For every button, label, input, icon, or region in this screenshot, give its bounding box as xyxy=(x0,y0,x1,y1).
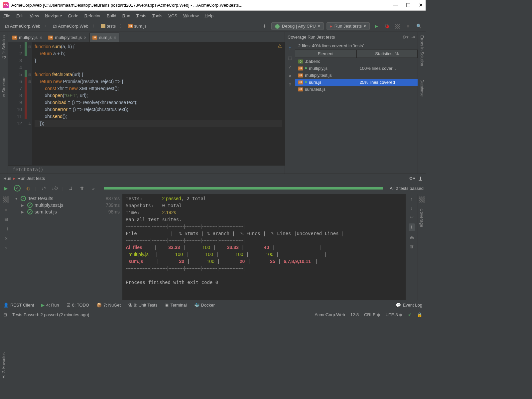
collapse-all-icon[interactable]: ⇈ xyxy=(78,184,86,192)
breadcrumb-item[interactable]: 🗂 AcmeCorp.Web xyxy=(3,23,42,29)
close-panel-icon[interactable]: ✕ xyxy=(288,73,292,78)
sidebar-tab-coverage[interactable]: Coverage xyxy=(419,208,424,227)
close-tab-icon[interactable]: × xyxy=(114,35,116,40)
breadcrumb-item[interactable]: JS sum.js xyxy=(126,23,149,29)
sidebar-tab-structure[interactable]: ⧉ Structure xyxy=(2,76,6,97)
code-editor[interactable]: 123456789101112 ⊟⊟⊟⊥ function sum(a, b) … xyxy=(8,42,285,165)
minimize-icon[interactable]: — xyxy=(393,2,398,8)
rerun-icon[interactable]: ▶ xyxy=(2,184,10,192)
menu-vcs[interactable]: VCS xyxy=(168,13,177,18)
editor-tab[interactable]: JSmultiply.test.js× xyxy=(45,33,89,42)
bottom-tab-run[interactable]: ▶ 4: Run xyxy=(41,303,59,308)
status-caret-pos[interactable]: 12:8 xyxy=(350,312,359,317)
col-statistics[interactable]: Statistics, % xyxy=(356,50,418,58)
coverage-row[interactable]: JS sum.test.js xyxy=(295,86,418,93)
download-icon[interactable]: ⬇ xyxy=(419,176,422,181)
sort-alpha-icon[interactable]: ↓ᴬ xyxy=(40,184,48,192)
breadcrumb-item[interactable]: tests xyxy=(99,23,118,29)
scroll-to-end-icon[interactable]: ⬇ xyxy=(409,223,415,231)
stop-icon[interactable]: ■ xyxy=(5,207,7,212)
test-tree-item[interactable]: ▶✓multiply.test.js739ms xyxy=(13,202,121,208)
gear-icon[interactable]: ⚙▾ xyxy=(402,35,409,40)
down-icon[interactable]: ↓ xyxy=(411,205,413,210)
menu-help[interactable]: Help xyxy=(204,13,213,18)
menu-window[interactable]: Window xyxy=(183,13,199,18)
status-icon[interactable]: ⊞ xyxy=(3,312,7,317)
print-icon[interactable]: 🖶 xyxy=(410,235,414,240)
breadcrumb-hint[interactable]: fetchData() xyxy=(8,165,285,174)
code-content[interactable]: function sum(a, b) { return a + b;}funct… xyxy=(32,42,285,165)
status-encoding[interactable]: UTF-8 ≑ xyxy=(386,312,403,317)
layout-icon[interactable]: ⊞ xyxy=(4,217,8,222)
close-icon[interactable]: ✕ xyxy=(419,2,423,8)
maximize-icon[interactable]: ☐ xyxy=(406,2,411,8)
flatten-icon[interactable]: ⬚ xyxy=(288,56,292,61)
bottom-tab-todo[interactable]: ☑ 6: TODO xyxy=(66,303,89,308)
status-eol[interactable]: CRLF ≑ xyxy=(364,312,380,317)
coverage-row[interactable]: JS multiply.js100% lines cover... xyxy=(295,65,418,72)
menu-run[interactable]: Run xyxy=(122,13,130,18)
menu-tools[interactable]: Tools xyxy=(152,13,162,18)
test-tree[interactable]: ▼✓Test Results837ms▶✓multiply.test.js739… xyxy=(12,194,122,300)
warning-icon[interactable]: ⚠ xyxy=(278,43,282,49)
menu-edit[interactable]: Edit xyxy=(16,13,24,18)
coverage-row[interactable]: {} .babelrc xyxy=(295,58,418,65)
expand-all-icon[interactable]: ⇊ xyxy=(67,184,75,192)
menu-file[interactable]: File xyxy=(3,13,10,18)
gear-icon[interactable]: ⚙▾ xyxy=(409,176,415,181)
status-project[interactable]: AcmeCorp.Web xyxy=(315,312,345,317)
inspection-icon[interactable]: ✔ xyxy=(408,312,412,317)
event-log-button[interactable]: 💬 Event Log xyxy=(396,303,422,308)
coverage-icon[interactable] xyxy=(3,197,9,202)
sidebar-tab-solution[interactable]: 🗂 1: Solution xyxy=(2,35,6,60)
run-icon[interactable]: ▶ xyxy=(372,22,380,30)
bottom-tab-docker[interactable]: 🐳 Docker xyxy=(194,303,215,308)
bottom-tab-unittests[interactable]: ⚗ 8: Unit Tests xyxy=(128,303,157,308)
show-ignored-icon[interactable]: ◐ xyxy=(24,184,32,192)
close-tab-icon[interactable]: × xyxy=(40,35,42,40)
sort-duration-icon[interactable]: ↓⏱ xyxy=(51,184,59,192)
show-passed-icon[interactable]: ✓ xyxy=(14,185,21,192)
hide-panel-icon[interactable]: ⇥ xyxy=(411,35,415,40)
coverage-row[interactable]: JS sum.js25% lines covered xyxy=(295,79,418,86)
up-icon[interactable]: ↑ xyxy=(411,197,413,201)
close-tab-icon[interactable]: × xyxy=(84,35,86,40)
breadcrumb-item[interactable]: 🗂 AcmeCorp.Web xyxy=(51,23,90,29)
build-config-dropdown[interactable]: ⬤ Debug | Any CPU ▾ xyxy=(271,22,324,30)
editor-tab[interactable]: JSsum.js× xyxy=(89,33,119,42)
stop-icon[interactable]: ■ xyxy=(404,22,412,30)
menu-code[interactable]: Code xyxy=(68,13,78,18)
help-icon[interactable]: ? xyxy=(5,246,7,251)
pin-icon[interactable]: ⊣ xyxy=(4,226,8,231)
sidebar-tab-errors[interactable]: Errors In Solution xyxy=(420,35,424,66)
menu-refactor[interactable]: Refactor xyxy=(84,13,101,18)
help-icon[interactable]: ? xyxy=(289,82,291,87)
editor-tab[interactable]: JSmultiply.js× xyxy=(9,33,45,42)
menu-tests[interactable]: Tests xyxy=(136,13,146,18)
build-icon[interactable]: ⬇ xyxy=(261,22,269,30)
coverage-run-icon[interactable] xyxy=(394,22,402,30)
wrap-icon[interactable]: ↩ xyxy=(410,214,414,219)
test-tree-item[interactable]: ▶✓sum.test.js98ms xyxy=(13,208,121,215)
close-icon[interactable]: ✕ xyxy=(4,236,8,241)
menu-navigate[interactable]: Navigate xyxy=(45,13,62,18)
search-icon[interactable]: 🔍 xyxy=(415,22,423,30)
run-config-dropdown[interactable]: ▸ Run Jest tests ▾ xyxy=(327,22,370,30)
col-element[interactable]: Element xyxy=(295,50,356,58)
bottom-tab-rest[interactable]: 👤 REST Client xyxy=(3,303,34,308)
coverage-row[interactable]: JS multiply.test.js xyxy=(295,72,418,79)
bottom-tab-terminal[interactable]: ▣ Terminal xyxy=(165,303,187,308)
autoscroll-icon[interactable]: ⤢ xyxy=(288,65,292,69)
bottom-tab-nuget[interactable]: 📦 7: NuGet xyxy=(96,303,121,308)
coverage-gutter-icon[interactable] xyxy=(419,197,425,202)
lock-icon[interactable]: 🔒 xyxy=(417,312,422,317)
test-output[interactable]: Tests: 2 passed, 2 total Snapshots: 0 to… xyxy=(122,194,406,300)
menu-build[interactable]: Build xyxy=(107,13,116,18)
trash-icon[interactable]: 🗑 xyxy=(410,244,414,249)
more-icon[interactable]: » xyxy=(89,184,97,192)
up-arrow-icon[interactable]: ↑ xyxy=(289,45,292,52)
debug-icon[interactable]: 🐞 xyxy=(383,22,391,30)
menu-view[interactable]: View xyxy=(30,13,39,18)
sidebar-tab-database[interactable]: Database xyxy=(420,79,424,96)
test-tree-item[interactable]: ▼✓Test Results837ms xyxy=(13,195,121,202)
